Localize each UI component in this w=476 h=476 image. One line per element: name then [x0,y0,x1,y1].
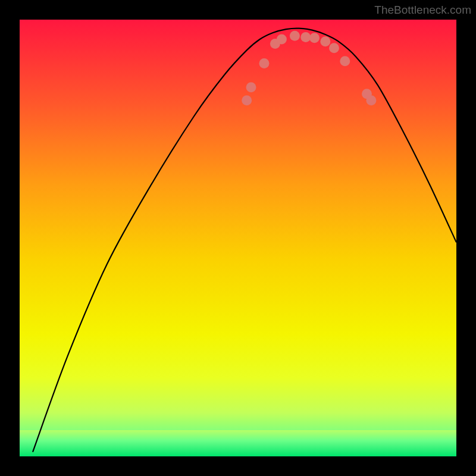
data-marker [329,43,339,53]
chart-outer: TheBottleneck.com [0,0,476,476]
data-marker [366,95,376,105]
data-marker [242,95,252,105]
data-marker [309,33,320,43]
chart-plot-area [20,20,456,456]
data-marker [340,56,350,66]
data-marker [259,58,270,68]
data-marker [300,32,311,42]
gradient-background [20,20,456,456]
data-marker [246,82,256,92]
data-marker [320,36,330,46]
data-marker [277,35,287,45]
data-marker [290,31,300,41]
attribution-text: TheBottleneck.com [374,4,471,17]
green-band [20,430,456,456]
plot-svg [20,20,456,456]
